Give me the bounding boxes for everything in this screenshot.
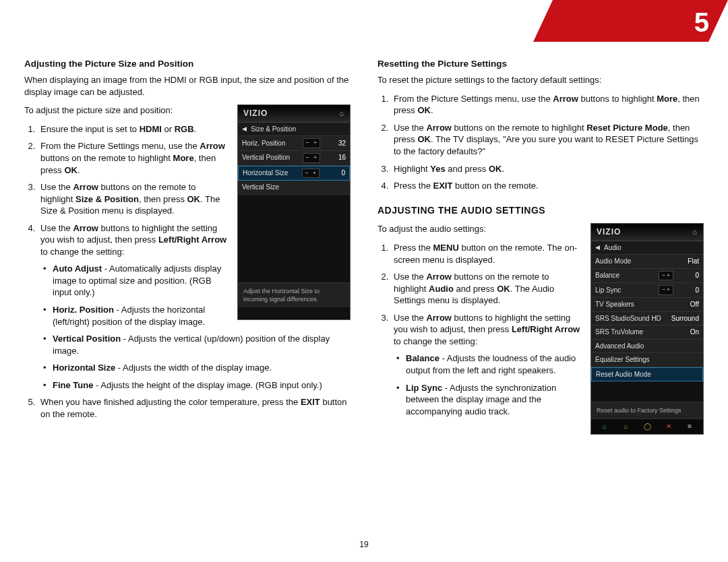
row-label: Horiz. Position	[242, 139, 303, 148]
right-intro: To reset the picture settings to the fac…	[377, 74, 704, 86]
screenshot-footer: ⌂ ⌂ ◯ ✕ ≡	[591, 418, 703, 434]
row-label: Vertical Size	[242, 183, 346, 192]
heading-reset-picture: Resetting the Picture Settings	[377, 58, 704, 70]
chapter-number: 5	[694, 4, 709, 40]
screenshot-crumb: Size & Position	[251, 125, 296, 134]
page-body: Adjusting the Picture Size and Position …	[0, 0, 728, 460]
home-icon: ⌂	[339, 108, 344, 119]
page-number: 19	[0, 539, 728, 550]
row-label: Vertical Position	[242, 153, 303, 162]
back-icon: ◀	[595, 243, 600, 251]
home-icon: ⌂	[692, 227, 698, 237]
screenshot-crumb: Audio	[604, 243, 621, 253]
reset-steps: From the Picture Settings menu, use the …	[377, 93, 704, 192]
row-value: 16	[320, 153, 346, 162]
row-value: 32	[320, 139, 346, 148]
row-label: Horizontal Size	[243, 168, 302, 178]
screenshot-brand: VIZIO	[243, 108, 268, 119]
left-column: Adjusting the Picture Size and Position …	[24, 58, 351, 440]
left-intro: When displaying an image from the HDMI o…	[24, 74, 351, 98]
screenshot-brand: VIZIO	[597, 226, 621, 237]
row-value: 0	[320, 168, 345, 178]
right-column: Resetting the Picture Settings To reset …	[377, 58, 704, 440]
back-icon: ◀	[242, 125, 247, 133]
heading-audio: Adjusting the Audio Settings	[377, 204, 704, 217]
heading-adjust-picture: Adjusting the Picture Size and Position	[24, 58, 351, 70]
